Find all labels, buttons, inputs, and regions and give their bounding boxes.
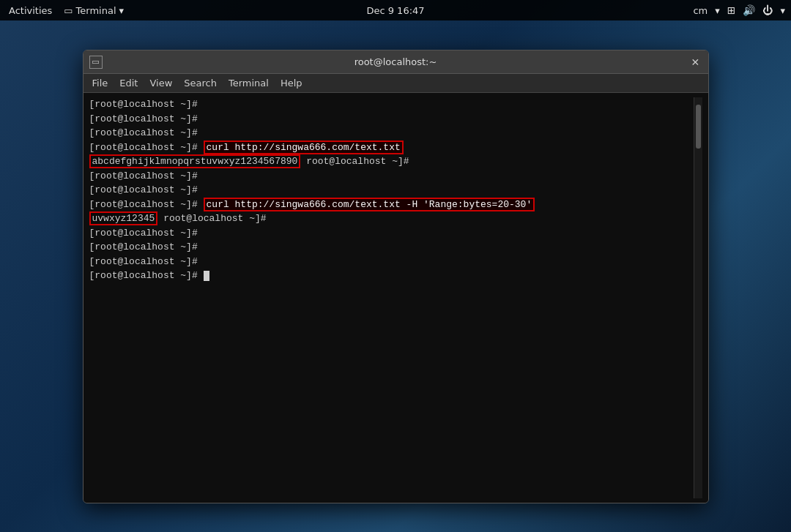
term-line-cmd1: [root@localhost ~]# curl http://singwa66… [89, 141, 694, 155]
cmd2-highlight: curl http://singwa666.com/text.txt -H 'R… [204, 198, 535, 211]
activities-label: Activities [9, 5, 52, 16]
activities-button[interactable]: Activities [6, 5, 55, 16]
datetime-display: Dec 9 16:47 [366, 5, 424, 16]
terminal-menu[interactable]: ▭ Terminal ▾ [64, 5, 124, 16]
menu-file[interactable]: File [88, 76, 113, 90]
terminal-title: root@localhost:~ [354, 56, 437, 67]
term-line-1: [root@localhost ~]# [89, 97, 694, 112]
top-bar-right: cm ▾ ⊞ 🔊 ⏻ ▾ [693, 4, 785, 16]
out2-highlight: uvwxyz12345 [89, 211, 158, 225]
term-line-6: [root@localhost ~]# [89, 226, 694, 241]
term-line-7: [root@localhost ~]# [89, 240, 694, 255]
term-line-5: [root@localhost ~]# [89, 183, 694, 198]
menu-terminal[interactable]: Terminal [224, 76, 273, 90]
terminal-cursor [204, 271, 209, 281]
term-line-cmd2: [root@localhost ~]# curl http://singwa66… [89, 198, 694, 212]
volume-icon[interactable]: 🔊 [743, 4, 755, 16]
term-line-8: [root@localhost ~]# [89, 255, 694, 269]
top-bar: Activities ▭ Terminal ▾ Dec 9 16:47 cm ▾… [0, 0, 791, 20]
terminal-content[interactable]: [root@localhost ~]# [root@localhost ~]# … [83, 93, 708, 503]
menu-help[interactable]: Help [276, 76, 307, 90]
terminal-icon: ▭ [64, 5, 73, 16]
terminal-scrollbar[interactable] [694, 97, 702, 498]
menu-edit[interactable]: Edit [115, 76, 142, 90]
term-line-3: [root@localhost ~]# [89, 126, 694, 141]
keyboard-layout[interactable]: cm [693, 5, 708, 16]
terminal-text-area: [root@localhost ~]# [root@localhost ~]# … [89, 97, 694, 498]
top-bar-left: Activities ▭ Terminal ▾ [6, 5, 124, 16]
term-line-4: [root@localhost ~]# [89, 169, 694, 184]
cmd1-highlight: curl http://singwa666.com/text.txt [204, 141, 404, 154]
desktop: ▭ root@localhost:~ ✕ File Edit View Sear… [0, 20, 791, 532]
menu-view[interactable]: View [145, 76, 177, 90]
term-line-out2: uvwxyz12345 root@localhost ~]# [89, 211, 694, 226]
term-line-active: [root@localhost ~]# [89, 269, 694, 283]
scrollbar-thumb[interactable] [696, 105, 701, 149]
power-dropdown-icon: ▾ [780, 5, 785, 16]
network-icon[interactable]: ⊞ [727, 4, 736, 16]
terminal-menubar: File Edit View Search Terminal Help [83, 74, 708, 93]
out1-highlight: abcdefghijklmnopqrstuvwxyz1234567890 [89, 154, 301, 168]
terminal-close-button[interactable]: ✕ [688, 56, 702, 69]
terminal-window-icon: ▭ [89, 56, 103, 69]
power-icon[interactable]: ⏻ [762, 4, 773, 16]
term-line-2: [root@localhost ~]# [89, 112, 694, 127]
menu-search[interactable]: Search [179, 76, 221, 90]
top-bar-center: Dec 9 16:47 [366, 5, 424, 16]
keyboard-dropdown-icon: ▾ [715, 5, 720, 16]
term-line-out1: abcdefghijklmnopqrstuvwxyz1234567890 roo… [89, 154, 694, 169]
terminal-dropdown-arrow: ▾ [119, 5, 125, 16]
terminal-window: ▭ root@localhost:~ ✕ File Edit View Sear… [83, 50, 709, 503]
terminal-titlebar: ▭ root@localhost:~ ✕ [83, 50, 708, 74]
terminal-label: Terminal [76, 5, 116, 16]
